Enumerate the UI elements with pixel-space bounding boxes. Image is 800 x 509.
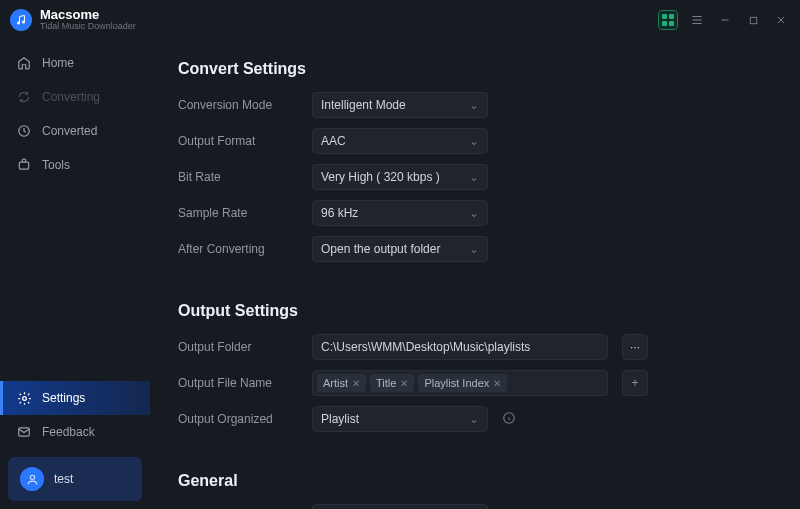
chevron-down-icon: ⌄ <box>469 170 479 184</box>
chevron-down-icon: ⌄ <box>469 206 479 220</box>
brand: Macsome Tidal Music Downloader <box>10 8 136 32</box>
avatar <box>20 467 44 491</box>
label-output-folder: Output Folder <box>178 340 298 354</box>
chevron-down-icon: ⌄ <box>469 412 479 426</box>
home-icon <box>16 55 32 71</box>
sidebar-item-label: Settings <box>42 391 85 405</box>
chevron-down-icon: ⌄ <box>469 134 479 148</box>
info-icon[interactable] <box>502 411 516 428</box>
label-conversion-mode: Conversion Mode <box>178 98 298 112</box>
section-title-convert: Convert Settings <box>178 60 772 78</box>
sidebar-item-label: Converted <box>42 124 97 138</box>
svg-point-1 <box>22 21 25 24</box>
select-value: Playlist <box>321 412 359 426</box>
section-title-general: General <box>178 472 772 490</box>
close-icon[interactable]: ✕ <box>493 378 501 389</box>
label-after-converting: After Converting <box>178 242 298 256</box>
sidebar-item-label: Converting <box>42 90 100 104</box>
close-icon[interactable]: ✕ <box>400 378 408 389</box>
menu-button[interactable] <box>688 11 706 29</box>
titlebar: Macsome Tidal Music Downloader <box>0 0 800 40</box>
browse-button[interactable]: ··· <box>622 334 648 360</box>
sidebar-item-settings[interactable]: Settings <box>0 381 150 415</box>
label-output-file-name: Output File Name <box>178 376 298 390</box>
user-block[interactable]: test <box>8 457 142 501</box>
token-artist[interactable]: Artist✕ <box>317 374 366 392</box>
select-after-converting[interactable]: Open the output folder ⌄ <box>312 236 488 262</box>
app-title: Macsome <box>40 8 136 22</box>
user-name: test <box>54 472 73 486</box>
converted-icon <box>16 123 32 139</box>
svg-point-0 <box>17 22 20 25</box>
app-subtitle: Tidal Music Downloader <box>40 22 136 32</box>
label-output-organized: Output Organized <box>178 412 298 426</box>
output-file-name-field[interactable]: Artist✕ Title✕ Playlist Index✕ <box>312 370 608 396</box>
sidebar-item-converting[interactable]: Converting <box>0 80 150 114</box>
sidebar-item-converted[interactable]: Converted <box>0 114 150 148</box>
grid-view-button[interactable] <box>658 10 678 30</box>
content-area: Convert Settings Conversion Mode Intelli… <box>150 40 800 509</box>
sidebar-item-label: Home <box>42 56 74 70</box>
select-conversion-mode[interactable]: Intelligent Mode ⌄ <box>312 92 488 118</box>
sidebar-item-label: Feedback <box>42 425 95 439</box>
label-sample-rate: Sample Rate <box>178 206 298 220</box>
svg-rect-4 <box>19 162 28 169</box>
sidebar-item-label: Tools <box>42 158 70 172</box>
maximize-button[interactable] <box>744 11 762 29</box>
select-value: Very High ( 320 kbps ) <box>321 170 440 184</box>
sidebar-item-feedback[interactable]: Feedback <box>0 415 150 449</box>
window-controls <box>658 10 790 30</box>
chevron-down-icon: ⌄ <box>469 98 479 112</box>
svg-rect-2 <box>750 17 756 23</box>
sidebar-item-home[interactable]: Home <box>0 46 150 80</box>
select-value: AAC <box>321 134 346 148</box>
select-sample-rate[interactable]: 96 kHz ⌄ <box>312 200 488 226</box>
svg-point-7 <box>30 475 34 479</box>
select-bit-rate[interactable]: Very High ( 320 kbps ) ⌄ <box>312 164 488 190</box>
field-value: C:\Users\WMM\Desktop\Music\playlists <box>321 340 530 354</box>
token-playlist-index[interactable]: Playlist Index✕ <box>418 374 507 392</box>
section-title-output: Output Settings <box>178 302 772 320</box>
select-value: Open the output folder <box>321 242 440 256</box>
converting-icon <box>16 89 32 105</box>
add-token-button[interactable]: + <box>622 370 648 396</box>
select-output-organized[interactable]: Playlist ⌄ <box>312 406 488 432</box>
tools-icon <box>16 157 32 173</box>
select-output-format[interactable]: AAC ⌄ <box>312 128 488 154</box>
output-folder-field[interactable]: C:\Users\WMM\Desktop\Music\playlists <box>312 334 608 360</box>
minimize-button[interactable] <box>716 11 734 29</box>
chevron-down-icon: ⌄ <box>469 242 479 256</box>
close-button[interactable] <box>772 11 790 29</box>
sidebar: Home Converting Converted Tools Settings <box>0 40 150 509</box>
label-bit-rate: Bit Rate <box>178 170 298 184</box>
token-title[interactable]: Title✕ <box>370 374 414 392</box>
gear-icon <box>16 390 32 406</box>
close-icon[interactable]: ✕ <box>352 378 360 389</box>
select-value: 96 kHz <box>321 206 358 220</box>
select-value: Intelligent Mode <box>321 98 406 112</box>
svg-point-5 <box>22 396 26 400</box>
select-appearance[interactable]: Dark ⌄ <box>312 504 488 509</box>
label-output-format: Output Format <box>178 134 298 148</box>
feedback-icon <box>16 424 32 440</box>
app-logo <box>10 9 32 31</box>
sidebar-item-tools[interactable]: Tools <box>0 148 150 182</box>
